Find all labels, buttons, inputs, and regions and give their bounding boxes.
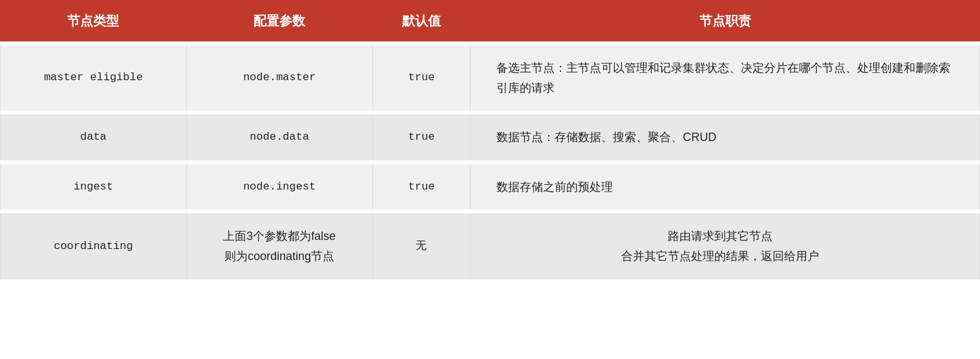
cell-node-desc: 数据存储之前的预处理 xyxy=(471,162,980,212)
cell-node-desc: 备选主节点：主节点可以管理和记录集群状态、决定分片在哪个节点、处理创建和删除索引… xyxy=(471,43,980,113)
param-line2: 则为coordinating节点 xyxy=(224,250,334,263)
cell-node-desc: 数据节点：存储数据、搜索、聚合、CRUD xyxy=(471,113,980,162)
table-row: coordinating上面3个参数都为false则为coordinating节… xyxy=(1,212,980,281)
table-row: datanode.datatrue数据节点：存储数据、搜索、聚合、CRUD xyxy=(1,113,980,162)
main-table-container: 节点类型 配置参数 默认值 节点职责 master eligiblenode.m… xyxy=(0,0,980,283)
cell-default-value: true xyxy=(372,113,471,162)
cell-default-value: true xyxy=(372,43,471,113)
table-row: master eligiblenode.mastertrue备选主节点：主节点可… xyxy=(1,43,980,113)
cell-node-type: coordinating xyxy=(1,212,187,281)
cell-node-type: data xyxy=(1,113,187,162)
desc-line1: 路由请求到其它节点 xyxy=(668,230,772,243)
cell-config-param: 上面3个参数都为false则为coordinating节点 xyxy=(186,212,372,281)
desc-line2: 合并其它节点处理的结果，返回给用户 xyxy=(621,250,819,263)
header-default-value: 默认值 xyxy=(372,1,471,44)
cell-default-value: 无 xyxy=(372,212,471,281)
header-node-desc: 节点职责 xyxy=(471,1,980,44)
cell-node-desc: 路由请求到其它节点合并其它节点处理的结果，返回给用户 xyxy=(471,212,980,281)
table-row: ingestnode.ingesttrue数据存储之前的预处理 xyxy=(1,162,980,212)
table-header-row: 节点类型 配置参数 默认值 节点职责 xyxy=(1,1,980,44)
cell-default-value: true xyxy=(372,162,471,212)
header-node-type: 节点类型 xyxy=(1,1,187,44)
cell-config-param: node.master xyxy=(186,43,372,113)
cell-config-param: node.ingest xyxy=(186,162,372,212)
cell-node-type: ingest xyxy=(1,162,187,212)
param-line1: 上面3个参数都为false xyxy=(223,230,336,243)
node-types-table: 节点类型 配置参数 默认值 节点职责 master eligiblenode.m… xyxy=(0,0,980,283)
cell-config-param: node.data xyxy=(186,113,372,162)
cell-node-type: master eligible xyxy=(1,43,187,113)
header-config-param: 配置参数 xyxy=(186,1,372,44)
